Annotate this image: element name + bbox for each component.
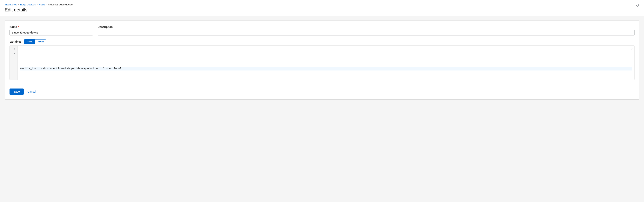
line-numbers: 1 2 xyxy=(10,46,18,80)
description-label: Description xyxy=(98,25,634,28)
variables-format-toggle[interactable]: YAML JSON xyxy=(24,39,46,44)
line-number-2: 2 xyxy=(12,51,15,55)
breadcrumb-inventories[interactable]: Inventories xyxy=(5,3,17,6)
breadcrumb-sep-1: › xyxy=(18,3,19,6)
expand-icon[interactable]: ⤢ xyxy=(630,47,633,51)
code-line-1: --- xyxy=(20,55,632,59)
required-indicator: * xyxy=(18,25,19,28)
breadcrumb-current: student1-edge-device xyxy=(48,3,73,6)
description-input[interactable] xyxy=(98,30,634,35)
code-editor[interactable]: 1 2 --- ansible_host: ssh.student1-works… xyxy=(10,46,634,80)
variables-label: Variables xyxy=(10,40,22,43)
name-input[interactable] xyxy=(10,30,93,35)
yaml-toggle-button[interactable]: YAML xyxy=(24,39,35,44)
code-content[interactable]: --- ansible_host: ssh.student1-workshop-… xyxy=(18,46,634,80)
undo-icon[interactable]: ↺ xyxy=(636,3,639,7)
save-button[interactable]: Save xyxy=(10,89,24,95)
line-number-1: 1 xyxy=(12,47,15,51)
breadcrumb: Inventories › Edge Devices › Hosts › stu… xyxy=(5,3,639,6)
breadcrumb-sep-2: › xyxy=(37,3,38,6)
breadcrumb-sep-3: › xyxy=(46,3,47,6)
code-line-2: ansible_host: ssh.student1-workshop-rhde… xyxy=(20,67,632,71)
page-title: Edit details xyxy=(5,7,639,16)
cancel-button[interactable]: Cancel xyxy=(27,89,37,95)
name-label: Name * xyxy=(10,25,93,28)
form-actions: Save Cancel xyxy=(10,84,634,95)
breadcrumb-hosts[interactable]: Hosts xyxy=(39,3,45,6)
breadcrumb-edge-devices[interactable]: Edge Devices xyxy=(20,3,36,6)
json-toggle-button[interactable]: JSON xyxy=(35,39,46,44)
